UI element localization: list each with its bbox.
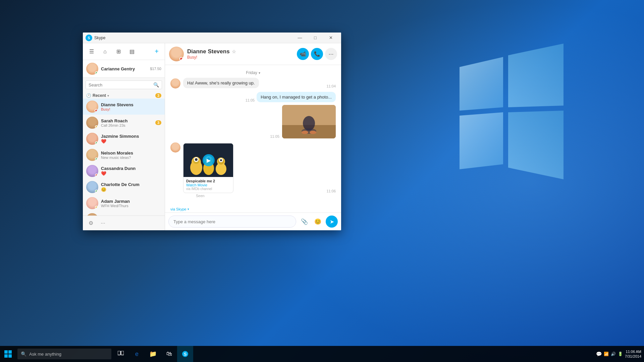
status-indicator — [95, 174, 98, 177]
via-skype-link[interactable]: Skype — [176, 207, 186, 211]
video-thumbnail: ▶ — [183, 143, 233, 177]
minimize-button[interactable]: — — [292, 33, 308, 43]
menu-button[interactable]: ☰ — [86, 46, 98, 58]
sidebar: ☰ ⌂ ⊞ ▤ + Carianne Gentry $17.50 — [83, 43, 165, 230]
contact-info: Nelson Morales New music ideas? — [101, 150, 161, 160]
task-view-button[interactable] — [113, 346, 129, 362]
search-input[interactable] — [89, 82, 151, 87]
file-explorer-button[interactable]: 📁 — [145, 346, 161, 362]
message-row: ▶ Despicable me 2 Watch Movie via IMDb c… — [170, 142, 336, 200]
cortana-search[interactable]: 🔍 Ask me anything — [17, 349, 111, 359]
status-indicator — [95, 125, 98, 128]
window-body: ☰ ⌂ ⊞ ▤ + Carianne Gentry $17.50 — [83, 43, 341, 230]
list-item[interactable]: Dianne Stevens Busy! — [83, 99, 165, 115]
contact-info: Dianne Stevens Busy! — [101, 102, 161, 111]
more-options-button[interactable]: ··· — [98, 218, 108, 229]
contact-name: Adam Jarman — [101, 199, 161, 204]
contact-status: Busy! — [101, 107, 161, 111]
date-label[interactable]: Friday ▾ — [246, 70, 260, 75]
home-button[interactable]: ⌂ — [99, 46, 111, 58]
close-button[interactable]: ✕ — [323, 33, 338, 43]
taskbar-app-icons: e 📁 🛍 S — [129, 346, 593, 362]
svg-text:S: S — [184, 352, 187, 357]
contact-list: Dianne Stevens Busy! Sarah Roach Call 26… — [83, 99, 165, 216]
video-info: Despicable me 2 Watch Movie via IMDb cha… — [183, 177, 233, 193]
add-contact-button[interactable]: + — [151, 46, 162, 57]
message-content: ▶ Despicable me 2 Watch Movie via IMDb c… — [183, 142, 336, 200]
contact-info: Sarah Roach Call 26min 23s — [101, 118, 153, 127]
message-input[interactable] — [168, 216, 296, 228]
contact-status: WFH Wed/Thurs — [101, 204, 161, 208]
favorite-icon[interactable]: ☆ — [232, 49, 236, 54]
chat-contact-avatar — [169, 47, 184, 61]
grid-button[interactable]: ⊞ — [112, 46, 124, 58]
list-item[interactable]: Adam Jarman WFH Wed/Thurs — [83, 195, 165, 211]
windows-logo — [433, 40, 584, 208]
message-time: 11:05 — [270, 133, 279, 138]
via-chevron-icon: ▾ — [187, 207, 189, 211]
avatar — [86, 133, 98, 145]
watch-movie-link[interactable]: Watch Movie — [186, 183, 230, 187]
sidebar-toolbar: ⚙ ··· — [83, 216, 165, 230]
network-icon[interactable]: 📶 — [604, 352, 609, 356]
date-chevron-icon: ▾ — [259, 71, 260, 75]
list-item[interactable]: Charlotte De Crum 😊 — [83, 179, 165, 195]
status-indicator — [95, 206, 98, 209]
message-time: 11:04 — [326, 83, 336, 88]
svg-rect-23 — [4, 350, 8, 354]
video-sub: via IMDb channel — [186, 187, 230, 191]
contact-info: Will Little Offline this afternoon — [101, 215, 161, 216]
recent-icon: 🕐 — [86, 93, 91, 98]
maximize-button[interactable]: □ — [308, 33, 323, 43]
battery-icon[interactable]: 🔋 — [618, 352, 623, 356]
contact-status: Call 26min 23s — [101, 123, 153, 127]
window-title: Skype — [94, 36, 292, 40]
play-button[interactable]: ▶ — [203, 154, 215, 166]
start-button[interactable] — [0, 346, 16, 362]
message-video-card[interactable]: ▶ Despicable me 2 Watch Movie via IMDb c… — [183, 143, 233, 193]
avatar — [86, 117, 98, 129]
settings-button[interactable]: ⚙ — [86, 218, 96, 229]
search-icon[interactable]: 🔍 — [153, 82, 159, 87]
message-time: 11:06 — [326, 188, 336, 193]
seen-label: Seen — [183, 193, 336, 200]
more-actions-button[interactable]: ··· — [325, 48, 337, 60]
status-indicator — [95, 190, 98, 193]
notification-icon[interactable]: 💬 — [596, 351, 602, 357]
status-indicator — [95, 109, 98, 112]
via-skype-label: via Skype ▾ — [165, 206, 341, 213]
skype-window: S Skype — □ ✕ ☰ ⌂ ⊞ ▤ + — [83, 33, 341, 230]
svg-point-5 — [310, 131, 316, 134]
avatar — [86, 213, 98, 216]
voice-call-button[interactable]: 📞 — [311, 48, 323, 60]
list-item[interactable]: Nelson Morales New music ideas? — [83, 147, 165, 163]
recent-chevron-icon: ▾ — [107, 94, 109, 98]
list-item[interactable]: Will Little Offline this afternoon — [83, 211, 165, 216]
video-call-button[interactable]: 📹 — [297, 48, 309, 60]
unread-badge: 3 — [155, 120, 161, 125]
video-title: Despicable me 2 — [186, 179, 230, 183]
messages-area: Friday ▾ Ha! Awww, she's really growing … — [165, 65, 341, 206]
attach-file-button[interactable]: 📎 — [299, 216, 310, 227]
message-row: Hang on, I managed to get a photo... 11:… — [170, 92, 336, 138]
contact-info: Jazmine Simmons ❤️ — [101, 134, 161, 144]
recent-label[interactable]: Recent — [93, 93, 106, 98]
chat-header: Dianne Stevens ☆ Busy! 📹 📞 ··· — [165, 43, 341, 65]
list-item[interactable]: Cassandra Dunn ❤️ — [83, 163, 165, 179]
volume-icon[interactable]: 🔊 — [611, 352, 616, 356]
list-item[interactable]: Jazmine Simmons ❤️ — [83, 131, 165, 147]
svg-rect-25 — [4, 354, 8, 358]
chat-input-area: 📎 😊 ➤ — [165, 213, 341, 230]
send-message-button[interactable]: ➤ — [326, 216, 338, 228]
status-indicator — [95, 141, 98, 144]
list-item[interactable]: Sarah Roach Call 26min 23s 3 — [83, 115, 165, 131]
chat-contact-name: Dianne Stevens ☆ — [187, 48, 293, 55]
system-clock[interactable]: 11:06 AM 7/31/2014 — [625, 349, 641, 359]
chat-contact-info: Dianne Stevens ☆ Busy! — [187, 48, 293, 60]
store-button[interactable]: 🛍 — [161, 346, 177, 362]
date-separator: Friday ▾ — [170, 68, 336, 78]
skype-taskbar-button[interactable]: S — [177, 346, 193, 362]
emoji-button[interactable]: 😊 — [312, 216, 323, 227]
list-button[interactable]: ▤ — [126, 46, 138, 58]
internet-explorer-button[interactable]: e — [129, 346, 145, 362]
